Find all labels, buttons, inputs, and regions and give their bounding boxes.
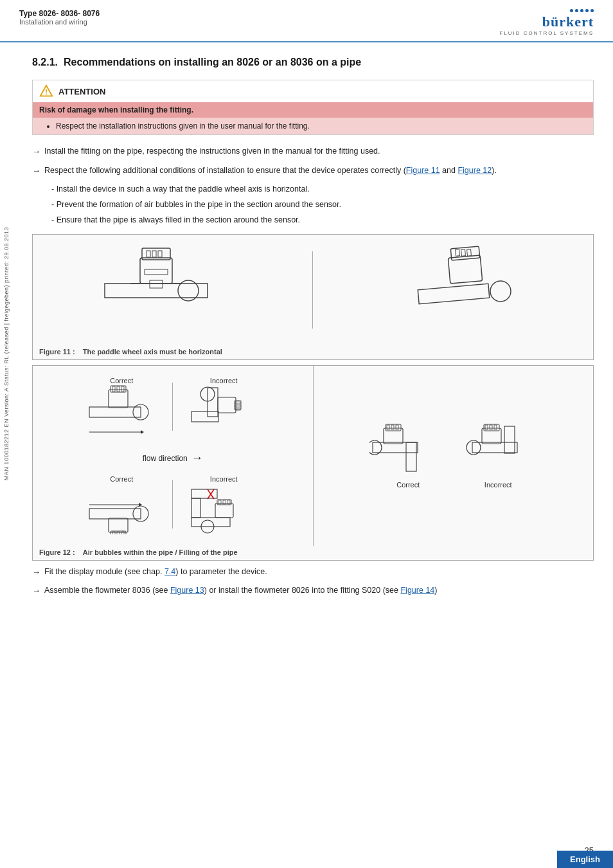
bullet-item-3: Ensure that the pipe is always filled in…: [51, 214, 594, 226]
bullet-list: Install the device in such a way that th…: [51, 183, 594, 226]
attention-box: ! ATTENTION Risk of damage when installi…: [32, 80, 594, 135]
svg-rect-7: [152, 251, 156, 257]
svg-rect-60: [386, 424, 401, 431]
incorrect1-label: Incorrect: [210, 377, 238, 384]
svg-rect-6: [147, 251, 150, 257]
figure14-link[interactable]: Figure 14: [400, 586, 434, 595]
incorrect3-label: Incorrect: [484, 481, 512, 489]
figure11-divider: [312, 251, 313, 329]
figure12-label: Figure 12 :: [39, 548, 75, 556]
bullet-item-1: Install the device in such a way that th…: [51, 183, 594, 195]
svg-rect-70: [490, 425, 492, 429]
burkert-logo: bürkert FLUID CONTROL SYSTEMS: [499, 9, 594, 36]
logo-dot: [570, 9, 573, 12]
figure12-right-panel: Correct: [314, 366, 594, 546]
attention-risk: Risk of damage when installing the fitti…: [33, 102, 593, 118]
para-text: Assemble the flowmeter 8036 (see Figure …: [44, 584, 594, 597]
figure12-correct-right: Correct: [369, 423, 447, 489]
arrow-symbol: →: [32, 145, 40, 158]
svg-rect-13: [418, 284, 489, 304]
bullet-item-2: Prevent the formation of air bubbles in …: [51, 199, 594, 211]
figure11-caption-text: The paddle wheel axis must be horizontal: [83, 348, 222, 356]
figure11-box: Figure 11 : The paddle wheel axis must b…: [32, 234, 594, 360]
figure12-divider-v2: [172, 480, 173, 529]
figure12-divider-v: [172, 383, 173, 431]
chap74-link[interactable]: 7.4: [164, 567, 175, 576]
attention-header: ! ATTENTION: [33, 80, 593, 102]
figure12-incorrect-bottom-svg: [188, 483, 259, 534]
logo-dot: [580, 9, 583, 12]
figure12-caption-text: Air bubbles within the pipe / Filling of…: [83, 548, 238, 556]
figure12-correct-bottom: Correct: [86, 475, 157, 534]
svg-rect-17: [461, 249, 466, 255]
para-install-fitting: → Install the fitting on the pipe, respe…: [32, 145, 594, 158]
svg-rect-71: [494, 425, 497, 429]
logo-dot: [585, 9, 589, 12]
svg-text:!: !: [45, 88, 48, 96]
figure12-right-row: Correct: [369, 423, 537, 489]
figure12-link[interactable]: Figure 12: [458, 166, 492, 175]
svg-marker-28: [141, 430, 144, 434]
brand-tagline: FLUID CONTROL SYSTEMS: [499, 30, 594, 36]
svg-rect-25: [121, 386, 124, 392]
figure12-incorrect-right-svg: [459, 423, 537, 481]
correct2-label: Correct: [110, 475, 133, 483]
figure12-incorrect-bottom: Incorrect: [188, 475, 259, 534]
brand-name: bürkert: [542, 14, 594, 30]
flow-arrow-icon: →: [191, 451, 203, 465]
incorrect2-label: Incorrect: [210, 475, 238, 483]
svg-rect-62: [391, 425, 394, 429]
sidebar-info: MAN 1000182212 EN Version: A Status: RL …: [0, 129, 13, 579]
sidebar-text: MAN 1000182212 EN Version: A Status: RL …: [3, 227, 10, 480]
figure11-link[interactable]: Figure 11: [406, 166, 440, 175]
figure12-incorrect-right: Incorrect: [459, 423, 537, 489]
section-number: 8.2.1.: [32, 57, 58, 68]
figure11-right-svg: [405, 245, 534, 335]
svg-rect-66: [504, 426, 515, 453]
figure12-caption: Figure 12 : Air bubbles within the pipe …: [33, 546, 593, 560]
figure13-link[interactable]: Figure 13: [170, 586, 204, 595]
figure12-box: Correct: [32, 365, 594, 561]
logo-dot: [591, 9, 594, 12]
correct1-label: Correct: [110, 377, 133, 384]
para-fit-display: → Fit the display module (see chap. 7.4)…: [32, 566, 594, 579]
svg-rect-68: [484, 424, 499, 431]
para-text: Install the fitting on the pipe, respect…: [44, 145, 594, 158]
figure12-correct-bottom-svg: [86, 483, 157, 534]
figure11-caption: Figure 11 : The paddle wheel axis must b…: [33, 345, 593, 359]
correct3-label: Correct: [396, 481, 420, 489]
para-assemble: → Assemble the flowmeter 8036 (see Figur…: [32, 584, 594, 597]
language-tab: English: [557, 851, 613, 868]
arrow-symbol: →: [32, 566, 40, 579]
svg-rect-22: [111, 386, 126, 392]
svg-rect-47: [191, 498, 200, 518]
svg-rect-61: [387, 425, 389, 429]
para-conditions: → Respect the following additional condi…: [32, 165, 594, 177]
figure12-incorrect-top: Incorrect: [188, 377, 259, 436]
warning-icon: !: [39, 84, 53, 98]
section-title: Recommendations on installing an 8026 or…: [64, 57, 361, 68]
figure12-bottom-row: Correct: [86, 475, 259, 534]
figure12-correct-top-svg: [86, 384, 157, 436]
svg-rect-4: [150, 280, 163, 288]
svg-rect-16: [456, 249, 460, 255]
svg-rect-29: [208, 388, 218, 417]
header-type: Type 8026- 8036- 8076: [19, 9, 100, 18]
figure12-content: Correct: [33, 366, 593, 546]
figure12-incorrect-top-svg: [188, 384, 259, 436]
figure12-top-row: Correct: [86, 377, 259, 436]
arrow-symbol: →: [32, 165, 40, 177]
figure12-correct-top: Correct: [86, 377, 157, 436]
section-heading: 8.2.1. Recommendations on installing an …: [32, 55, 594, 69]
svg-rect-2: [105, 284, 208, 298]
figure11-label: Figure 11 :: [39, 348, 75, 356]
para-text: Respect the following additional conditi…: [44, 165, 594, 177]
figure11-content: [33, 235, 593, 345]
svg-rect-31: [218, 397, 236, 413]
svg-rect-9: [145, 269, 168, 275]
logo-dots: [570, 9, 594, 12]
header-left: Type 8026- 8036- 8076 Installation and w…: [19, 9, 100, 26]
svg-rect-63: [396, 425, 398, 429]
svg-rect-38: [109, 518, 128, 532]
flow-direction: flow direction →: [143, 451, 203, 465]
